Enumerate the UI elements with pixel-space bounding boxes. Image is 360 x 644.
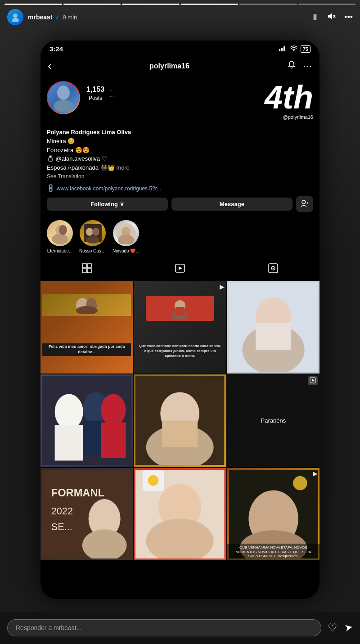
bio-line2: Forrozeira 😍😍 [47, 147, 90, 153]
svg-point-8 [57, 86, 70, 100]
highlight-3[interactable]: Noivado ❤️... [112, 220, 140, 253]
add-person-button[interactable] [296, 196, 313, 212]
svg-rect-52 [162, 421, 198, 447]
grid-item-3[interactable] [227, 281, 320, 374]
tab-tagged[interactable] [226, 258, 320, 281]
bio-line3: 💍 @alan.alvesoliva ♡ [47, 155, 107, 162]
tab-grid[interactable] [40, 258, 134, 281]
see-translation[interactable]: See Translation [47, 173, 313, 180]
grid-item-7[interactable]: FORMANL 2022 SE... [40, 468, 133, 560]
svg-point-17 [86, 228, 93, 236]
following-chevron: ∨ [120, 201, 124, 207]
svg-point-0 [13, 14, 18, 18]
grid-text-1: Feliz vida meu amor! obrigada por cada d… [42, 343, 131, 356]
svg-point-67 [293, 476, 307, 490]
highlight-2[interactable]: Nosso Casa... [79, 220, 106, 253]
highlight-circle-3 [113, 220, 139, 246]
signal-icon [279, 45, 287, 53]
svg-rect-41 [256, 323, 291, 350]
svg-point-9 [54, 100, 73, 112]
reply-actions: ♡ ➤ [328, 621, 353, 634]
wifi-icon [290, 45, 298, 53]
grid-text-9: QUE VENHA UMA NOVA ETAPA, NOVOS MOMENTOS… [227, 544, 320, 560]
grid-item-1[interactable]: Feliz vida meu amor! obrigada por cada d… [40, 281, 133, 374]
back-button[interactable]: ‹ [48, 59, 52, 73]
ig-highlights: Eternidade... Nosso Casa... [40, 216, 320, 258]
parabens-text: Parabéns [257, 414, 289, 428]
svg-text:2022: 2022 [51, 505, 73, 516]
story-time: 9 min [63, 14, 77, 21]
website-url[interactable]: www.facebook.com/polyane.rodrigues.5?r..… [57, 185, 161, 192]
grid-item-9[interactable]: QUE VENHA UMA NOVA ETAPA, NOVOS MOMENTOS… [227, 468, 320, 560]
verified-icon: ✓ [55, 14, 60, 21]
ig-nav: ‹ polyrlima16 ··· [40, 55, 320, 77]
ig-profile-top: 1,153 Posts ··· ··· 4th @polyrlima16 [47, 81, 313, 120]
heart-button[interactable]: ♡ [328, 621, 338, 634]
story-header: mrbeast ✓ 9 min ⏸ ••• [0, 0, 360, 29]
status-icons: 75 [279, 45, 310, 53]
grid-item-2[interactable]: Que você continue compartilhando cada so… [134, 281, 226, 374]
svg-rect-5 [281, 48, 283, 51]
svg-rect-4 [279, 49, 280, 51]
video-icon-9: ▶ [313, 470, 318, 477]
svg-point-18 [92, 228, 99, 236]
send-button[interactable]: ➤ [344, 621, 354, 635]
more-link[interactable]: more [116, 164, 130, 171]
tagged-icon [268, 263, 279, 276]
story-username[interactable]: mrbeast [28, 14, 52, 21]
phone-mockup: 3:24 75 ‹ polyrlima16 ··· [40, 41, 320, 599]
svg-rect-25 [82, 269, 86, 273]
profile-avatar[interactable] [47, 81, 80, 114]
reply-bar: Responder a mrbeast... ♡ ➤ [0, 612, 360, 644]
highlight-label-2: Nosso Casa... [79, 248, 106, 253]
highlight-label-1: Eternidade... [47, 248, 73, 253]
svg-point-19 [86, 236, 99, 243]
grid-icon [81, 263, 92, 276]
bio-line4: Esposa Apaixonada 👫👑 [47, 164, 116, 171]
posts-count: 1,153 [86, 86, 104, 94]
notification-bell-icon[interactable] [287, 60, 296, 72]
pause-button[interactable]: ⏸ [311, 13, 319, 22]
ig-profile-section: 1,153 Posts ··· ··· 4th @polyrlima16 [40, 77, 320, 129]
video-icon-2: ▶ [220, 283, 225, 290]
svg-text:SE...: SE... [51, 521, 72, 532]
svg-point-43 [55, 394, 83, 430]
battery-indicator: 75 [301, 45, 310, 53]
svg-rect-23 [82, 264, 86, 268]
svg-rect-26 [87, 269, 91, 273]
ig-stats: 1,153 Posts ··· ··· [86, 81, 258, 102]
svg-point-7 [293, 50, 294, 52]
svg-rect-24 [87, 264, 91, 268]
ig-tabs [40, 258, 320, 281]
svg-marker-28 [179, 266, 182, 270]
ig-website-link[interactable]: 🔗 www.facebook.com/polyane.rodrigues.5?r… [40, 183, 320, 194]
svg-text:FORMANL: FORMANL [51, 487, 104, 499]
ig-nav-actions: ··· [287, 60, 312, 72]
reply-placeholder: Responder a mrbeast... [16, 624, 81, 631]
bio-text: Mineira 😊 Forrozeira 😍😍 💍 @alan.alvesoli… [47, 137, 313, 172]
following-label: Following [90, 201, 118, 207]
message-button[interactable]: Message [171, 198, 292, 211]
mute-button[interactable] [327, 12, 336, 23]
grid-item-5[interactable] [134, 374, 226, 467]
more-button[interactable]: ••• [344, 13, 353, 22]
svg-point-14 [52, 234, 68, 244]
tab-reels[interactable] [134, 258, 227, 281]
reply-input[interactable]: Responder a mrbeast... [7, 619, 321, 636]
more-options-icon[interactable]: ··· [303, 61, 312, 71]
highlight-circle-1 [47, 220, 73, 246]
grid-item-4[interactable] [40, 374, 133, 467]
story-avatar[interactable] [7, 9, 23, 25]
svg-rect-48 [101, 423, 126, 458]
ig-bio: Polyane Rodrigues Lima Oliva Mineira 😊 F… [40, 129, 320, 183]
grid-item-8[interactable] [134, 468, 226, 560]
svg-rect-6 [284, 46, 285, 51]
following-button[interactable]: Following ∨ [47, 198, 168, 211]
highlight-circle-2 [80, 220, 106, 246]
ig-profile-username[interactable]: polyrlima16 [149, 62, 189, 70]
posts-stat: 1,153 Posts [86, 86, 104, 102]
highlight-1[interactable]: Eternidade... [47, 220, 73, 253]
svg-point-1 [12, 18, 19, 22]
stats-dots: ··· ··· [110, 86, 114, 99]
profile-avatar-inner [48, 82, 79, 113]
